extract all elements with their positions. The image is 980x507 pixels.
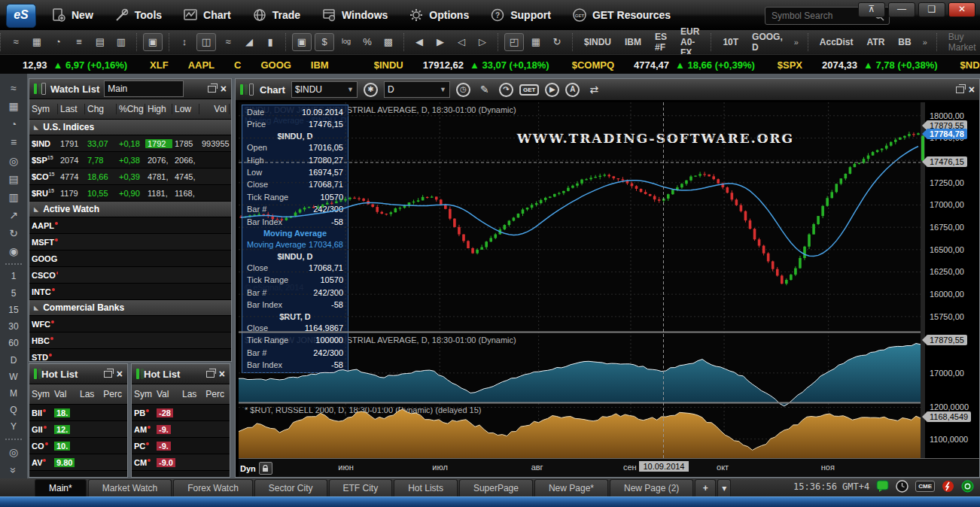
tab-new-page-[interactable]: New Page* xyxy=(534,479,608,496)
reset-layout-icon[interactable]: ▩ xyxy=(379,34,397,50)
menu-windows[interactable]: Windows xyxy=(311,0,398,30)
zoom-window-icon[interactable]: ◰ xyxy=(504,33,524,51)
time-axis[interactable]: Dyn июниюлавгсеноктноя10.09.2014 xyxy=(239,458,979,477)
hotlist-column-headers[interactable]: SymValLasPerc xyxy=(132,384,230,405)
market-clock-icon[interactable] xyxy=(896,480,908,493)
watchlist-group-header[interactable]: ◢Commercial Banks xyxy=(29,300,231,316)
tab-forex-watch[interactable]: Forex Watch xyxy=(173,479,253,496)
price-window-icon[interactable]: $ xyxy=(315,33,334,51)
dynamic-session-control[interactable]: Dyn xyxy=(240,462,272,475)
data-feed-icon[interactable] xyxy=(942,480,954,493)
column-header-las[interactable]: Las xyxy=(180,389,201,399)
draw-tool-icon[interactable]: ✎ xyxy=(476,83,493,96)
ticker-symbol[interactable]: IBM xyxy=(311,59,329,71)
messages-icon[interactable] xyxy=(876,480,889,493)
menu-options[interactable]: Options xyxy=(398,0,479,30)
sheet-icon[interactable]: ▤ xyxy=(91,34,109,50)
buy-market-button[interactable]: Buy Market xyxy=(943,32,980,53)
swap-icon[interactable]: ⇄ xyxy=(586,83,602,96)
tab-hot-lists[interactable]: Hot Lists xyxy=(394,479,458,496)
restore-icon[interactable] xyxy=(206,371,215,378)
news-icon[interactable]: ▥ xyxy=(8,189,18,205)
column-header-las[interactable]: Las xyxy=(78,389,99,399)
column-header-chg[interactable]: %Chg xyxy=(117,104,145,114)
interval-15[interactable]: 15 xyxy=(8,302,18,317)
table-row[interactable]: $SP1520747,78+0,382076,2066, xyxy=(29,152,231,168)
menu-tools[interactable]: Tools xyxy=(104,0,172,30)
mirror-left-icon[interactable]: ◁ xyxy=(452,34,470,50)
quote-symbol[interactable]: $COMPQ xyxy=(572,59,614,71)
list-item[interactable]: AM-9. xyxy=(132,421,230,438)
watchlist-selector[interactable]: Main xyxy=(104,80,184,97)
bar-spacing-icon[interactable]: ↕ xyxy=(175,34,193,50)
table-row[interactable]: AAPL xyxy=(29,217,231,234)
column-header-perc[interactable]: Perc xyxy=(201,389,227,399)
column-header-last[interactable]: Last xyxy=(58,104,85,114)
play-icon[interactable]: ▶ xyxy=(545,83,559,97)
hotlist-header[interactable]: Hot List× xyxy=(132,364,230,384)
close-icon[interactable]: × xyxy=(969,85,975,94)
watchlist-group-header[interactable]: ◢Active Watch xyxy=(29,202,231,217)
ticker-symbol[interactable]: XLF xyxy=(150,59,169,71)
notes-icon[interactable]: ▥ xyxy=(112,34,130,50)
tab-main-[interactable]: Main* xyxy=(35,479,87,496)
area-style-icon[interactable]: ◢ xyxy=(240,34,258,50)
table-row[interactable]: HBC xyxy=(29,332,231,349)
charts-icon[interactable]: ≈ xyxy=(7,34,25,50)
time-template-icon[interactable]: ◷ xyxy=(456,83,470,97)
study-shortcut[interactable]: BB xyxy=(893,37,916,47)
sync-icon[interactable]: ↻ xyxy=(548,34,566,50)
symbol-shortcut[interactable]: IBM xyxy=(619,37,647,47)
study-shortcut[interactable]: AccDist xyxy=(814,37,859,47)
spreadsheet-icon[interactable]: ▤ xyxy=(8,171,18,187)
interval-D[interactable]: D xyxy=(11,353,17,368)
column-header-val[interactable]: Val xyxy=(154,389,180,399)
dock-button[interactable]: ⊼ xyxy=(858,2,885,17)
quote-symbol[interactable]: $SPX xyxy=(778,59,802,71)
interval-1[interactable]: 1 xyxy=(11,269,17,284)
mirror-right-icon[interactable]: ▷ xyxy=(473,34,492,50)
page-menu-button[interactable]: ▾ xyxy=(717,479,731,496)
table-row[interactable]: INTC xyxy=(29,284,231,300)
bullseye-icon[interactable]: ◎ xyxy=(9,444,18,460)
list-item[interactable]: GII12. xyxy=(29,421,127,438)
group-expand-icon[interactable]: ◢ xyxy=(33,305,40,310)
column-header-sym[interactable]: Sym xyxy=(29,104,58,114)
refresh-icon[interactable]: ↻ xyxy=(9,225,18,241)
chart-shortcut-icon[interactable]: ≈ xyxy=(11,80,17,96)
tab-superpage[interactable]: SuperPage xyxy=(459,479,533,496)
cme-icon[interactable]: CME xyxy=(915,481,935,492)
table-row[interactable]: CSCO xyxy=(29,267,231,284)
close-icon[interactable]: × xyxy=(117,369,123,378)
list-item[interactable] xyxy=(132,471,230,478)
chart-plot-area[interactable]: WWW.TRADING-SOFTWARE.ORG $INDU, DOW JONE… xyxy=(239,102,921,458)
add-page-button[interactable]: + xyxy=(695,479,716,496)
price-axis[interactable]: 18000,0017750,0017500,0017250,0017000,00… xyxy=(927,102,979,458)
hotlist-header[interactable]: Hot List× xyxy=(29,364,127,384)
chart-interval-combo[interactable]: D▼ xyxy=(384,81,450,98)
interval-Y[interactable]: Y xyxy=(11,419,17,434)
interval-M[interactable]: M xyxy=(10,386,17,401)
column-header-perc[interactable]: Perc xyxy=(99,389,124,399)
list-item[interactable]: BII18. xyxy=(29,405,127,421)
quote-board-icon[interactable]: ▦ xyxy=(28,34,46,50)
lock-icon[interactable] xyxy=(259,462,272,475)
chart-symbol-combo[interactable]: $INDU▼ xyxy=(291,81,358,98)
watchlist-group-header[interactable]: ◢U.S. Indices xyxy=(29,120,231,135)
chart-scroll-strip[interactable] xyxy=(921,102,925,458)
watchlist-header[interactable]: Watch List Main × xyxy=(29,79,231,99)
group-expand-icon[interactable]: ◢ xyxy=(33,207,40,211)
log-scale-icon[interactable]: log xyxy=(337,34,355,50)
table-row[interactable]: MSFT xyxy=(29,234,231,250)
list-item[interactable]: CO10. xyxy=(29,438,127,454)
tab-new-page-2-[interactable]: New Page (2) xyxy=(610,479,693,496)
list-item[interactable]: PC-9. xyxy=(132,438,230,454)
symbol-shortcut[interactable]: $INDU xyxy=(579,37,616,47)
curve-tool-icon[interactable]: ↷ xyxy=(499,83,513,97)
interval-5[interactable]: 5 xyxy=(11,286,17,301)
group-expand-icon[interactable]: ◢ xyxy=(33,125,40,129)
interval-30[interactable]: 30 xyxy=(8,319,18,334)
minimize-button[interactable]: — xyxy=(888,2,915,17)
tab-etf-city[interactable]: ETF City xyxy=(329,479,393,496)
candle-style-icon[interactable]: ◫ xyxy=(196,33,216,51)
